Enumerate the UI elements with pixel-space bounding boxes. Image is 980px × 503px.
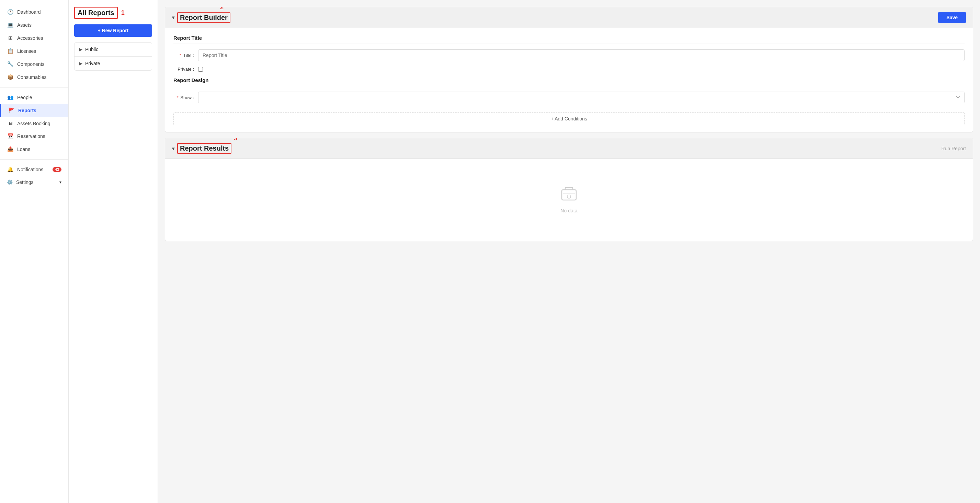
sidebar-item-dashboard[interactable]: 🕐 Dashboard xyxy=(0,5,68,19)
sidebar-item-notifications[interactable]: 🔔 Notifications 43 xyxy=(0,163,68,176)
settings-chevron-icon: ▾ xyxy=(59,180,62,185)
loans-icon: 📤 xyxy=(7,146,14,152)
collapse-builder-icon: ▾ xyxy=(172,15,175,20)
report-results-card: ▾ Report Results 3 Run Report xyxy=(165,138,973,241)
report-results-title-group: ▾ Report Results 3 xyxy=(172,143,231,154)
consumables-icon: 📦 xyxy=(7,74,14,80)
dashboard-icon: 🕐 xyxy=(7,9,14,15)
sidebar-item-assets[interactable]: 💻 Assets xyxy=(0,19,68,32)
no-data-area: No data xyxy=(173,166,964,234)
title-label: * Title : xyxy=(173,53,194,58)
report-list-item-private[interactable]: ▶ Private xyxy=(75,57,152,70)
report-title-section-label: Report Title xyxy=(173,35,964,44)
private-form-row: Private : xyxy=(173,67,964,72)
report-list: ▶ Public ▶ Private xyxy=(74,42,152,71)
sidebar-label-reservations: Reservations xyxy=(17,133,45,139)
reservations-icon: 📅 xyxy=(7,133,14,139)
people-icon: 👥 xyxy=(7,94,14,100)
report-design-section-label: Report Design xyxy=(173,77,964,86)
components-icon: 🔧 xyxy=(7,61,14,67)
notifications-badge: 43 xyxy=(52,167,62,172)
divider-1 xyxy=(0,87,68,87)
sidebar: 🕐 Dashboard 💻 Assets ⊞ Accessories 📋 Lic… xyxy=(0,0,69,503)
report-group-public-label: Public xyxy=(85,47,98,52)
sidebar-item-reservations[interactable]: 📅 Reservations xyxy=(0,130,68,143)
sidebar-label-notifications: Notifications xyxy=(17,167,43,172)
report-builder-header: ▾ Report Builder 2 Save xyxy=(165,7,973,28)
sidebar-label-dashboard: Dashboard xyxy=(17,9,41,15)
chevron-right-icon-private: ▶ xyxy=(79,61,83,66)
report-builder-body: Report Title * Title : Private : Report … xyxy=(165,28,973,132)
main-content: All Reports 1 + New Report ▶ Public ▶ Pr… xyxy=(69,0,980,503)
assets-booking-icon: 🖥 xyxy=(7,121,14,126)
left-panel: All Reports 1 + New Report ▶ Public ▶ Pr… xyxy=(69,0,158,503)
save-button[interactable]: Save xyxy=(938,12,966,23)
report-title-input[interactable] xyxy=(198,49,964,61)
sidebar-label-assets-booking: Assets Booking xyxy=(17,121,51,126)
report-builder-card: ▾ Report Builder 2 Save Report Title * T… xyxy=(165,7,973,132)
sidebar-item-loans[interactable]: 📤 Loans xyxy=(0,143,68,156)
report-results-title: Report Results xyxy=(177,143,231,154)
sidebar-item-people[interactable]: 👥 People xyxy=(0,91,68,104)
report-results-body: No data xyxy=(165,159,973,241)
sidebar-item-consumables[interactable]: 📦 Consumables xyxy=(0,71,68,84)
sidebar-label-settings: Settings xyxy=(16,179,33,185)
report-results-header: ▾ Report Results 3 Run Report xyxy=(165,138,973,159)
report-builder-title: Report Builder xyxy=(177,12,231,23)
collapse-results-icon: ▾ xyxy=(172,146,175,151)
divider-2 xyxy=(0,159,68,160)
no-data-text: No data xyxy=(560,208,577,213)
private-checkbox[interactable] xyxy=(198,67,203,72)
report-builder-title-group: ▾ Report Builder 2 xyxy=(172,12,231,23)
new-report-button[interactable]: + New Report xyxy=(74,24,152,37)
sidebar-item-settings[interactable]: ⚙️ Settings ▾ xyxy=(0,176,68,188)
sidebar-label-components: Components xyxy=(17,62,44,67)
title-form-row: * Title : xyxy=(173,49,964,61)
svg-point-1 xyxy=(567,195,571,198)
sidebar-item-reports[interactable]: 🚩 Reports xyxy=(0,104,68,117)
sidebar-label-licenses: Licenses xyxy=(17,48,36,54)
required-star-show: * xyxy=(177,95,178,100)
reports-icon: 🚩 xyxy=(8,107,15,114)
assets-icon: 💻 xyxy=(7,22,14,28)
sidebar-label-loans: Loans xyxy=(17,146,30,152)
step-badge-3: 3 xyxy=(234,138,237,142)
sidebar-item-accessories[interactable]: ⊞ Accessories xyxy=(0,32,68,44)
required-star-title: * xyxy=(180,53,181,58)
settings-icon: ⚙️ xyxy=(7,179,13,185)
step-badge-1: 1 xyxy=(121,9,125,16)
notifications-icon: 🔔 xyxy=(7,167,14,173)
show-label: * Show : xyxy=(173,95,194,100)
report-design-section: Report Design * Show : + Add Conditions xyxy=(173,77,964,125)
chevron-right-icon-public: ▶ xyxy=(79,47,83,52)
sidebar-label-consumables: Consumables xyxy=(17,75,47,80)
show-form-row: * Show : xyxy=(173,92,964,103)
private-label: Private : xyxy=(173,67,194,72)
add-conditions-button[interactable]: + Add Conditions xyxy=(173,112,964,125)
accessories-icon: ⊞ xyxy=(7,35,14,41)
sidebar-label-accessories: Accessories xyxy=(17,35,43,41)
all-reports-title: All Reports xyxy=(74,7,118,19)
report-group-private-label: Private xyxy=(85,61,100,66)
no-data-icon xyxy=(560,186,578,205)
sidebar-item-assets-booking[interactable]: 🖥 Assets Booking xyxy=(0,117,68,130)
sidebar-item-components[interactable]: 🔧 Components xyxy=(0,58,68,71)
run-report-button[interactable]: Run Report xyxy=(941,146,966,151)
report-list-item-public[interactable]: ▶ Public xyxy=(75,43,152,57)
sidebar-label-people: People xyxy=(17,95,32,100)
sidebar-label-reports: Reports xyxy=(18,108,37,113)
all-reports-header: All Reports 1 xyxy=(74,7,152,19)
step-badge-2: 2 xyxy=(220,7,224,11)
show-select[interactable] xyxy=(198,92,964,103)
right-panel: ▾ Report Builder 2 Save Report Title * T… xyxy=(158,0,980,503)
licenses-icon: 📋 xyxy=(7,48,14,54)
sidebar-label-assets: Assets xyxy=(17,22,32,28)
sidebar-item-licenses[interactable]: 📋 Licenses xyxy=(0,44,68,58)
